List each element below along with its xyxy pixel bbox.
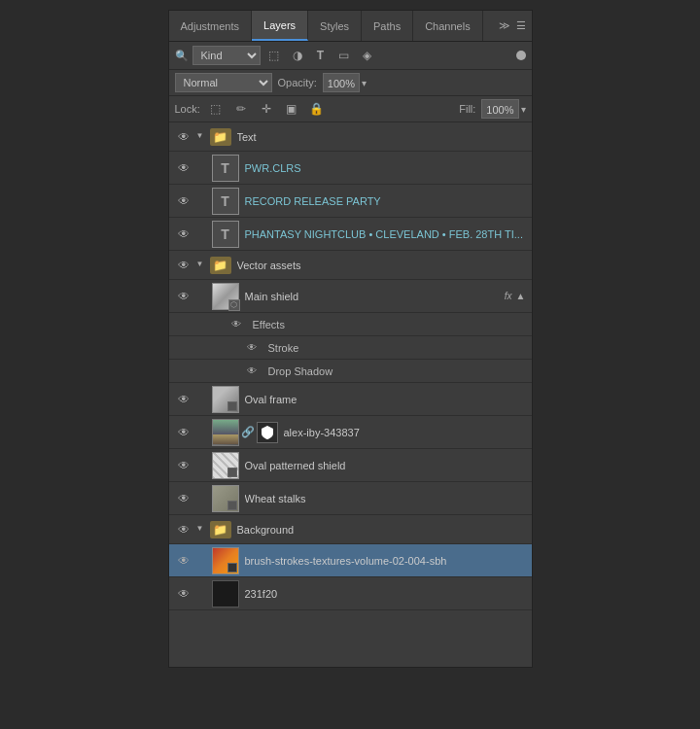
tab-channels[interactable]: Channels (413, 11, 482, 41)
folder-icon-vector-assets: 📁 (210, 257, 231, 274)
filter-row: 🔍 Kind Name Effect ⬚ ◑ T ▭ ◈ (169, 42, 532, 70)
visibility-icon-vector-assets[interactable]: 👁 (175, 257, 192, 274)
thumb-phantasy: T (212, 221, 239, 248)
visibility-icon-wheat-stalks[interactable]: 👁 (175, 490, 192, 507)
layer-name-phantasy: PHANTASY NIGHTCLUB • CLEVELAND • FEB. 28… (245, 228, 526, 240)
folder-icon-background: 📁 (210, 521, 231, 538)
tab-bar: Adjustments Layers Styles Paths Channels… (169, 11, 532, 42)
effect-row-stroke[interactable]: 👁 Stroke (169, 336, 532, 360)
thumb-oval-frame (212, 386, 239, 413)
expand-arrow-background[interactable]: ▼ (196, 524, 208, 536)
fill-label: Fill: (459, 103, 475, 115)
lock-position[interactable]: ✛ (257, 99, 276, 119)
more-panels-icon[interactable]: ≫ (499, 19, 510, 32)
layer-name-main-shield: Main shield (245, 291, 505, 302)
visibility-icon-phantasy[interactable]: 👁 (175, 226, 192, 243)
effect-name-stroke: Stroke (268, 342, 299, 354)
layer-name-wheat-stalks: Wheat stalks (245, 493, 526, 504)
layer-name-background-group: Background (237, 524, 526, 536)
blend-mode-row: Normal Multiply Screen Overlay Opacity: … (169, 70, 532, 96)
visibility-icon-oval-patterned[interactable]: 👁 (175, 457, 192, 474)
layers-panel: Adjustments Layers Styles Paths Channels… (168, 10, 533, 668)
layer-row-brush-strokes[interactable]: 👁 brush-strokes-textures-volume-02-004-s… (169, 544, 532, 577)
layer-row-main-shield[interactable]: 👁 ⬡ Main shield fx ▲ (169, 280, 532, 313)
kind-filter-select[interactable]: Kind Name Effect (192, 46, 261, 65)
layer-row-background-group[interactable]: 👁 ▼ 📁 Background (169, 515, 532, 544)
layer-row-phantasy[interactable]: 👁 T PHANTASY NIGHTCLUB • CLEVELAND • FEB… (169, 218, 532, 251)
lock-image-pixels[interactable]: ✏ (231, 99, 251, 119)
thumb-alex-iby-base (212, 419, 239, 446)
thumb-main-shield: ⬡ (212, 283, 239, 310)
opacity-label: Opacity: (278, 77, 317, 88)
visibility-icon-oval-frame[interactable]: 👁 (175, 391, 192, 408)
collapse-effects-icon[interactable]: ▲ (516, 291, 526, 301)
layer-name-vector-assets: Vector assets (237, 260, 526, 271)
visibility-icon-effects[interactable]: 👁 (228, 316, 245, 333)
visibility-icon-record-release[interactable]: 👁 (175, 192, 192, 210)
visibility-icon-background-group[interactable]: 👁 (175, 521, 192, 538)
thumb-wheat-stalks (212, 485, 239, 512)
fx-badge-main-shield: fx (505, 291, 512, 301)
visibility-icon-stroke[interactable]: 👁 (243, 339, 261, 357)
layer-row-alex-iby[interactable]: 👁 🔗 alex-iby-343837 (169, 416, 532, 449)
tab-layers[interactable]: Layers (252, 11, 308, 41)
thumb-alex-iby-emblem (257, 422, 278, 443)
fill-dropdown-arrow[interactable]: ▾ (521, 104, 526, 115)
filter-text-icon[interactable]: T (311, 46, 331, 65)
layer-name-oval-patterned: Oval patterned shield (245, 460, 526, 471)
tab-adjustments[interactable]: Adjustments (169, 11, 253, 41)
effect-row-drop-shadow[interactable]: 👁 Drop Shadow (169, 360, 532, 383)
thumb-pwr-clrs: T (212, 155, 239, 182)
tab-extras: ≫ ☰ (499, 19, 532, 32)
filter-smartobject-icon[interactable]: ◈ (358, 46, 377, 65)
layer-row-text-group[interactable]: 👁 ▼ 📁 Text (169, 122, 532, 152)
fill-control[interactable]: 100% ▾ (481, 99, 525, 119)
visibility-icon-alex-iby[interactable]: 👁 (175, 424, 192, 441)
thumb-oval-patterned (212, 452, 239, 479)
thumb-brush-strokes (212, 547, 239, 574)
opacity-value[interactable]: 100% (323, 73, 360, 92)
thumb-231f20 (212, 580, 239, 608)
layer-row-pwr-clrs[interactable]: 👁 T PWR.CLRS (169, 152, 532, 185)
layer-row-oval-frame[interactable]: 👁 Oval frame (169, 383, 532, 416)
filter-pixel-icon[interactable]: ⬚ (264, 46, 284, 65)
layer-name-brush-strokes: brush-strokes-textures-volume-02-004-sbh (245, 555, 526, 567)
blend-mode-select[interactable]: Normal Multiply Screen Overlay (175, 73, 272, 92)
layers-list: 👁 ▼ 📁 Text 👁 T PWR.CLRS 👁 T RECORD RELEA… (169, 122, 532, 667)
opacity-dropdown-arrow[interactable]: ▾ (362, 78, 367, 88)
effect-name-drop-shadow: Drop Shadow (268, 365, 333, 377)
visibility-icon-brush-strokes[interactable]: 👁 (175, 552, 192, 570)
layer-name-alex-iby: alex-iby-343837 (284, 427, 526, 438)
lock-artboard[interactable]: ▣ (282, 99, 301, 119)
chain-icon-alex-iby: 🔗 (241, 426, 255, 438)
visibility-icon-drop-shadow[interactable]: 👁 (243, 363, 261, 380)
filter-shape-icon[interactable]: ▭ (334, 46, 354, 65)
visibility-icon-text-group[interactable]: 👁 (175, 128, 192, 146)
layer-row-wheat-stalks[interactable]: 👁 Wheat stalks (169, 482, 532, 515)
filter-search-icon: 🔍 (175, 50, 189, 62)
layer-row-vector-assets[interactable]: 👁 ▼ 📁 Vector assets (169, 251, 532, 280)
lock-all[interactable]: 🔒 (307, 99, 327, 119)
layer-row-231f20[interactable]: 👁 231f20 (169, 577, 532, 610)
fill-value[interactable]: 100% (481, 99, 518, 119)
visibility-icon-main-shield[interactable]: 👁 (175, 288, 192, 305)
layer-name-text-group: Text (237, 131, 526, 143)
filter-toggle[interactable] (516, 51, 526, 60)
lock-transparent-pixels[interactable]: ⬚ (206, 99, 226, 119)
visibility-icon-231f20[interactable]: 👁 (175, 585, 192, 603)
layer-row-oval-patterned[interactable]: 👁 Oval patterned shield (169, 449, 532, 482)
folder-icon-text-group: 📁 (210, 128, 231, 146)
filter-adjustment-icon[interactable]: ◑ (288, 46, 307, 65)
expand-arrow-text-group[interactable]: ▼ (196, 131, 208, 143)
tab-styles[interactable]: Styles (308, 11, 362, 41)
thumb-record-release: T (212, 188, 239, 215)
visibility-icon-pwr-clrs[interactable]: 👁 (175, 159, 192, 177)
layer-name-record-release: RECORD RELEASE PARTY (245, 195, 526, 207)
expand-arrow-vector-assets[interactable]: ▼ (196, 260, 208, 271)
opacity-control[interactable]: 100% ▾ (323, 73, 367, 92)
effects-label: Effects (253, 319, 285, 330)
tab-paths[interactable]: Paths (362, 11, 413, 41)
panel-menu-icon[interactable]: ☰ (516, 19, 526, 32)
layer-row-record-release[interactable]: 👁 T RECORD RELEASE PARTY (169, 185, 532, 218)
effects-subheader[interactable]: 👁 Effects (169, 313, 532, 336)
